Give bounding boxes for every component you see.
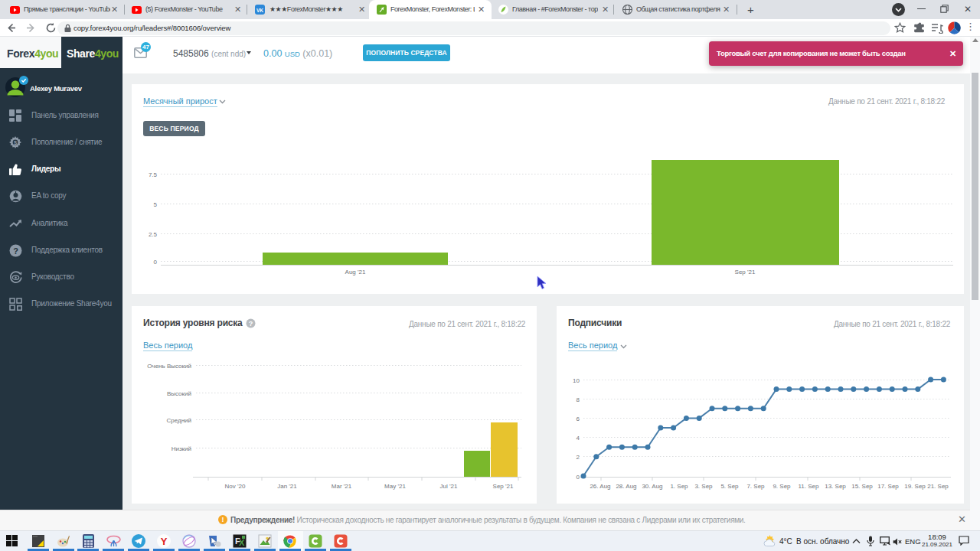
svg-text:Высокий: Высокий [167, 390, 191, 397]
svg-text:30. Aug: 30. Aug [642, 483, 662, 490]
svg-text:Jul '21: Jul '21 [440, 483, 458, 490]
svg-text:5. Sep: 5. Sep [720, 483, 739, 490]
svg-text:28. Aug: 28. Aug [616, 483, 636, 490]
svg-text:?: ? [249, 320, 253, 328]
svg-text:19. Sep: 19. Sep [904, 483, 926, 490]
svg-text:15. Sep: 15. Sep [851, 483, 873, 490]
svg-text:Sep '21: Sep '21 [735, 269, 756, 276]
svg-text:2.5: 2.5 [149, 231, 158, 238]
svg-text:Низкий: Низкий [172, 445, 191, 452]
svg-text:VK: VK [256, 8, 263, 13]
svg-text:Mar '21: Mar '21 [332, 483, 352, 490]
svg-text:Aug '21: Aug '21 [345, 269, 366, 276]
svg-text:X: X [239, 538, 245, 547]
svg-text:0: 0 [154, 259, 158, 266]
svg-text:7.5: 7.5 [149, 171, 158, 178]
svg-text:17. Sep: 17. Sep [877, 483, 899, 490]
svg-text:4: 4 [577, 435, 580, 442]
svg-text:26. Aug: 26. Aug [590, 483, 610, 490]
svg-text:8: 8 [577, 396, 580, 403]
svg-text:7. Sep: 7. Sep [746, 483, 765, 490]
svg-text:Jan '21: Jan '21 [277, 483, 297, 490]
svg-text:May '21: May '21 [384, 483, 406, 490]
svg-text:2: 2 [577, 454, 580, 461]
svg-text:5: 5 [154, 201, 158, 208]
svg-text:1. Sep: 1. Sep [670, 483, 688, 490]
svg-text:Nov '20: Nov '20 [225, 483, 246, 490]
svg-text:?: ? [13, 246, 18, 256]
svg-text:21. Sep: 21. Sep [927, 483, 949, 490]
svg-text:13. Sep: 13. Sep [825, 483, 846, 490]
svg-text:Y: Y [161, 536, 168, 547]
svg-text:Очень Высокий: Очень Высокий [147, 363, 191, 370]
svg-text:11. Sep: 11. Sep [799, 483, 820, 490]
svg-text:Средний: Средний [166, 417, 191, 424]
svg-text:6: 6 [577, 416, 580, 422]
svg-text:3. Sep: 3. Sep [694, 483, 713, 490]
svg-text:10: 10 [573, 377, 580, 384]
svg-text:Sep '21: Sep '21 [493, 483, 514, 490]
svg-text:9. Sep: 9. Sep [773, 483, 791, 490]
